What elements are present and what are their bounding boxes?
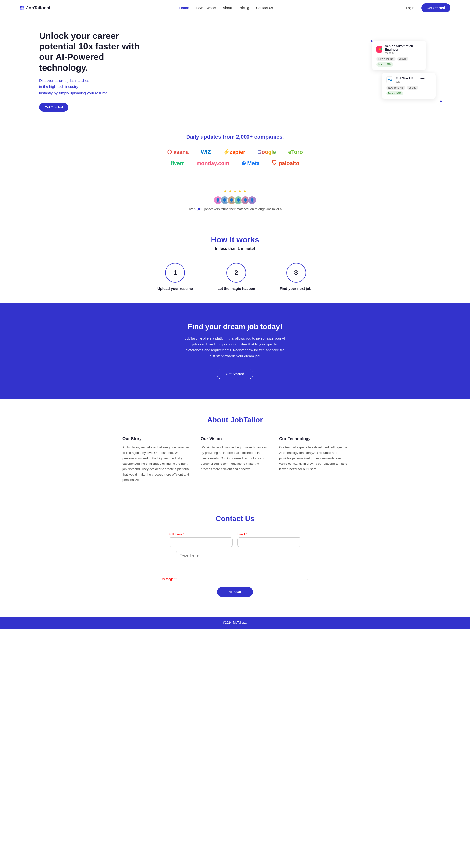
job-logo-monday	[376, 46, 382, 53]
about-cards: Our Story At JobTailor, we believe that …	[29, 436, 441, 483]
logo-wiz: WIZ	[201, 149, 211, 155]
steps-container: 1 Upload your resume 2 Let the magic hap…	[20, 263, 450, 291]
logos-row-2: fiverr monday.com ⊕ Meta ⛉ paloalto	[20, 160, 450, 166]
login-button[interactable]: Login	[402, 4, 418, 12]
dashed-line-2	[255, 275, 280, 275]
logo-icon	[20, 6, 24, 10]
footer: ©2024 JobTailor.ai	[0, 617, 470, 629]
job-card-2-tags: New York, NY 2d ago Match: 94%	[386, 86, 431, 95]
how-it-works-title: How it works	[20, 235, 450, 244]
hero-subtitle-line3: instantly by simply uploading your resum…	[39, 91, 108, 95]
full-name-group: Full Name *	[169, 532, 232, 547]
step-label-1: Upload your resume	[157, 286, 193, 291]
star-decoration-tl: ✦	[370, 38, 374, 44]
job-logo-wiz: WIZ	[386, 76, 393, 83]
cta-section: Find your dream job today! JobTailor.ai …	[0, 303, 470, 399]
tag-location-2: New York, NY	[386, 86, 405, 90]
job-title-1: Senior Automation Engineer	[385, 44, 421, 52]
companies-count: 2,000+	[236, 134, 253, 140]
star-4: ★	[238, 189, 242, 194]
job-card-2-header: WIZ Full Stack Engineer Wiz	[386, 76, 431, 83]
hero-cta-button[interactable]: Get Started	[39, 103, 68, 112]
logos-row-1: ⬡ asana WIZ ⚡zapier Google eToro	[20, 149, 450, 155]
star-3: ★	[233, 189, 237, 194]
job-company-1: Monday	[385, 52, 421, 54]
step-circle-3: 3	[286, 263, 306, 283]
job-card-1-header: Senior Automation Engineer Monday	[376, 44, 421, 54]
about-card-tech: Our Technology Our team of experts has d…	[279, 436, 348, 483]
contact-section: Contact Us Full Name * Email * Message *	[0, 500, 470, 617]
connector-2	[255, 275, 280, 275]
tag-time-1: 2d ago	[397, 57, 409, 61]
companies-section: Daily updates from 2,000+ companies. ⬡ a…	[0, 126, 470, 184]
nav-contact[interactable]: Contact Us	[256, 6, 273, 10]
message-inner: Message *	[162, 551, 308, 581]
nav-home[interactable]: Home	[180, 6, 189, 10]
job-card-1: Senior Automation Engineer Monday New Yo…	[372, 41, 426, 70]
cta-title: Find your dream job today!	[49, 322, 421, 331]
star-5: ★	[243, 189, 247, 194]
hero-cards: ✦ Senior Automation Engineer Monday New …	[372, 41, 441, 102]
logo-meta: ⊕ Meta	[241, 160, 259, 166]
hero-subtitle-line2: in the high-tech industry	[39, 85, 78, 89]
hero-title: Unlock your career potential 10x faster …	[39, 31, 142, 73]
social-proof-section: ★ ★ ★ ★ ★ 👤 👤 👤 👤 👤 👤 Over 3,000 jobseek…	[0, 184, 470, 223]
logo-google: Google	[257, 149, 276, 155]
connector-1	[193, 275, 217, 275]
cta-button[interactable]: Get Started	[217, 369, 253, 379]
tag-time-2: 2d ago	[407, 86, 418, 90]
job-card-1-tags: New York, NY 2d ago Match: 87%	[376, 57, 421, 67]
about-card-vision: Our Vision We aim to revolutionize the j…	[201, 436, 269, 483]
about-card-vision-title: Our Vision	[201, 436, 269, 441]
email-group: Email *	[238, 532, 301, 547]
logo[interactable]: JobTailor.ai	[20, 5, 51, 10]
nav-pricing[interactable]: Pricing	[239, 6, 249, 10]
dashed-line-1	[193, 275, 217, 275]
message-group: Message *	[49, 551, 421, 581]
full-name-label: Full Name *	[169, 532, 232, 536]
logo-zapier: ⚡zapier	[223, 149, 245, 155]
star-decoration-br: ✦	[439, 98, 443, 104]
step-circle-2: 2	[226, 263, 246, 283]
how-it-works-subtitle: In less than 1 minute!	[20, 246, 450, 251]
message-textarea[interactable]	[176, 551, 308, 580]
stars: ★ ★ ★ ★ ★	[20, 189, 450, 194]
companies-title-suffix: companies.	[253, 134, 284, 140]
submit-button[interactable]: Submit	[217, 587, 253, 597]
email-input[interactable]	[238, 537, 301, 547]
cta-text: JobTailor.ai offers a platform that allo…	[184, 336, 286, 359]
logo-paloalto: ⛉ paloalto	[272, 160, 299, 166]
star-2: ★	[228, 189, 232, 194]
job-company-2: Wiz	[396, 80, 425, 83]
companies-title-prefix: Daily updates from	[186, 134, 236, 140]
job-card-2-info: Full Stack Engineer Wiz	[396, 76, 425, 83]
tag-match-1: Match: 87%	[376, 62, 394, 67]
about-card-story-text: At JobTailor, we believe that everyone d…	[122, 445, 191, 483]
avatars: 👤 👤 👤 👤 👤 👤	[20, 196, 450, 205]
about-card-story: Our Story At JobTailor, we believe that …	[122, 436, 191, 483]
logo-asana: ⬡ asana	[167, 149, 189, 155]
contact-title: Contact Us	[49, 515, 421, 523]
svg-point-0	[378, 49, 379, 50]
about-card-tech-text: Our team of experts has developed cuttin…	[279, 445, 348, 472]
social-proof-text: Over 3,000 jobseekers found their matche…	[20, 207, 450, 211]
nav-cta-button[interactable]: Get Started	[421, 3, 450, 12]
step-1: 1 Upload your resume	[157, 263, 193, 291]
footer-text: ©2024 JobTailor.ai	[223, 621, 247, 624]
tag-location-1: New York, NY	[376, 57, 396, 61]
star-1: ★	[223, 189, 227, 194]
message-label: Message *	[162, 577, 176, 581]
step-2: 2 Let the magic happen	[217, 263, 255, 291]
step-circle-1: 1	[165, 263, 185, 283]
svg-point-1	[379, 49, 381, 50]
step-label-3: Find your next job!	[280, 286, 313, 291]
about-card-story-title: Our Story	[122, 436, 191, 441]
nav-links: Home How It Works About Pricing Contact …	[180, 6, 273, 10]
job-card-2: WIZ Full Stack Engineer Wiz New York, NY…	[382, 73, 436, 99]
svg-point-2	[381, 49, 382, 50]
full-name-input[interactable]	[169, 537, 232, 547]
contact-form: Full Name * Email * Message * Submit	[49, 532, 421, 597]
nav-how-it-works[interactable]: How It Works	[196, 6, 216, 10]
job-title-2: Full Stack Engineer	[396, 76, 425, 80]
nav-about[interactable]: About	[223, 6, 232, 10]
